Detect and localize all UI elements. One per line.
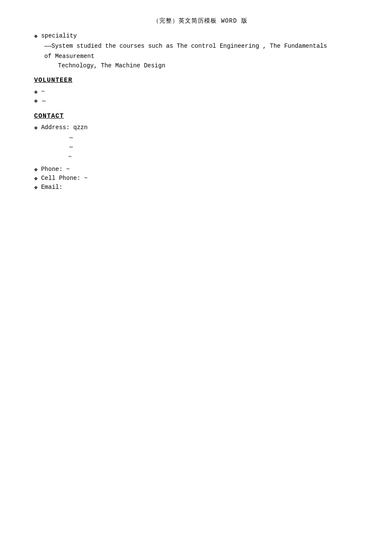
volunteer-item2-text: ～: [41, 97, 47, 105]
contact-email-item: ❖ Email:: [34, 184, 366, 191]
volunteer-heading: VOLUNTEER: [34, 77, 366, 84]
contact-address-label: Address: qzzn: [41, 124, 87, 131]
contact-email-label: Email:: [41, 184, 62, 191]
contact-cell-phone-item: ❖ Cell Phone: ~: [34, 175, 366, 182]
volunteer-item-2: ❖ ～: [34, 97, 366, 105]
contact-section: ❖ Address: qzzn ～ ～ ~ ❖ Phone: ~ ❖ Cell …: [34, 124, 366, 191]
speciality-detail-line3: Technology, The Machine Design: [58, 62, 366, 69]
speciality-detail-line1: ——System studied the courses such as The…: [44, 41, 366, 51]
contact-cell-phone-label: Cell Phone: ~: [41, 175, 87, 182]
bullet-diamond-v2: ❖: [34, 97, 37, 104]
speciality-label: speciality: [41, 32, 77, 39]
volunteer-item1-text: ~: [41, 88, 44, 95]
volunteer-section: ❖ ~ ❖ ～: [34, 88, 366, 105]
contact-address-item: ❖ Address: qzzn: [34, 124, 366, 131]
contact-phone-label: Phone: ~: [41, 166, 69, 173]
contact-address-sub3: ~: [68, 152, 366, 162]
bullet-diamond-email: ❖: [34, 184, 37, 191]
bullet-diamond-v1: ❖: [34, 88, 37, 95]
page-title: （完整）英文简历模板 WORD 版: [34, 17, 366, 25]
speciality-item: ❖ speciality: [34, 32, 366, 40]
contact-phone-item: ❖ Phone: ~: [34, 166, 366, 173]
bullet-diamond-cell-phone: ❖: [34, 175, 37, 182]
speciality-detail-line2: of Measurement: [44, 52, 366, 61]
bullet-diamond-phone: ❖: [34, 166, 37, 173]
bullet-diamond-address: ❖: [34, 124, 37, 131]
contact-address-sub2: ～: [68, 142, 366, 152]
bullet-diamond-speciality: ❖: [34, 32, 37, 40]
contact-address-sub1: ～: [68, 133, 366, 142]
contact-heading: CONTACT: [34, 113, 366, 120]
volunteer-item-1: ❖ ~: [34, 88, 366, 95]
